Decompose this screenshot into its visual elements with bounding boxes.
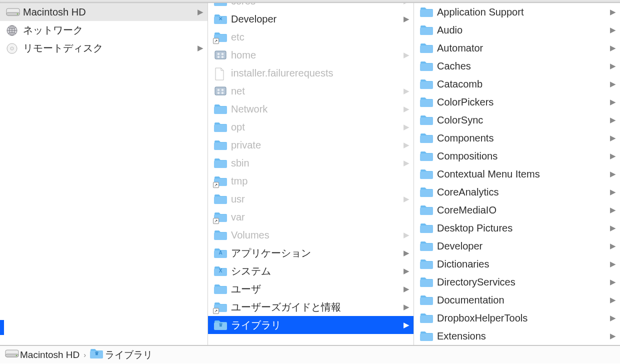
library-item[interactable]: CoreMediaIO▶ [414,201,620,219]
root-item[interactable]: Network▶ [208,100,414,118]
folder-icon [420,258,433,270]
device-item[interactable]: ネットワーク [0,21,208,39]
library-item[interactable]: Compositions▶ [414,147,620,165]
item-label: システム [228,264,402,278]
item-label: Audio [434,24,609,36]
library-item[interactable]: Dictionaries▶ [414,255,620,273]
item-label: private [228,140,402,151]
path-item[interactable]: ♛ライブラリ [90,348,152,362]
root-item[interactable]: Xシステム▶ [208,262,414,280]
item-label: Macintosh HD [20,6,196,18]
library-item[interactable]: Developer▶ [414,237,620,255]
item-label: Contextual Menu Items [434,168,609,180]
item-label: Components [434,132,609,144]
library-item[interactable]: CoreAnalytics▶ [414,183,620,201]
chevron-right-icon: ▶ [402,122,410,132]
finder-column-view: Macintosh HD▶ネットワークリモートディスク▶ cores▶✕Deve… [0,3,620,346]
item-label: Catacomb [434,78,609,90]
library-item[interactable]: Documentation▶ [414,291,620,309]
path-item[interactable]: Macintosh HD [5,348,80,362]
library-item[interactable]: Catacomb▶ [414,75,620,93]
chevron-right-icon: ▶ [402,194,410,204]
chevron-right-icon: ▶ [609,152,616,160]
item-label: リモートディスク [20,42,196,55]
server-icon [214,50,227,60]
hard-disk-icon [6,6,20,18]
item-label: Extensions [434,330,609,342]
root-item[interactable]: usr▶ [208,190,414,208]
alias-badge-icon: ↗ [213,218,219,224]
root-item[interactable]: cores▶ [208,3,414,10]
chevron-right-icon: ▶ [609,80,616,88]
library-item[interactable]: Audio▶ [414,21,620,39]
root-item[interactable]: ♛ライブラリ▶ [208,316,414,334]
folder-icon [214,194,227,204]
root-item[interactable]: ↗ユーザーズガイドと情報▶ [208,298,414,316]
root-item[interactable]: ↗etc [208,28,414,46]
server-icon [214,86,227,96]
item-label: var [228,212,402,223]
library-item[interactable]: Contextual Menu Items▶ [414,165,620,183]
folder-icon [214,140,227,150]
item-label: Caches [434,60,609,72]
path-item-label: ライブラリ [105,348,152,362]
chevron-right-icon: ▶ [609,26,616,34]
item-label: ユーザ [228,282,402,296]
item-label: ユーザーズガイドと情報 [228,300,402,314]
chevron-right-icon: ▶ [609,296,616,304]
item-label: Developer [434,240,609,252]
item-label: Compositions [434,150,609,162]
folder-icon [420,96,433,108]
item-label: home [228,50,402,61]
root-item[interactable]: ↗tmp [208,172,414,190]
item-label: ColorPickers [434,96,609,108]
folder-icon [214,158,227,168]
root-item[interactable]: ✕Developer▶ [208,10,414,28]
folder-icon [420,150,433,162]
root-item[interactable]: ユーザ▶ [208,280,414,298]
root-item[interactable]: installer.failurerequests [208,64,414,82]
library-item[interactable]: Components▶ [414,129,620,147]
library-item[interactable]: Application Support▶ [414,3,620,21]
root-item[interactable]: Volumes▶ [208,226,414,244]
chevron-right-icon: ▶ [402,140,410,150]
root-item[interactable]: Aアプリケーション▶ [208,244,414,262]
item-label: Application Support [434,6,609,18]
root-item[interactable]: ↗var [208,208,414,226]
root-item[interactable]: opt▶ [208,118,414,136]
chevron-right-icon: ▶ [609,206,616,214]
path-bar: Macintosh HD›♛ライブラリ [0,346,620,364]
library-item[interactable]: Desktop Pictures▶ [414,219,620,237]
library-item[interactable]: Caches▶ [414,57,620,75]
column-root: cores▶✕Developer▶↗etchome▶installer.fail… [208,3,414,345]
item-label: Volumes [228,230,402,241]
library-item[interactable]: ColorPickers▶ [414,93,620,111]
chevron-right-icon: ▶ [609,98,616,106]
document-icon [214,68,225,80]
root-item[interactable]: sbin▶ [208,154,414,172]
device-item[interactable]: リモートディスク▶ [0,39,208,57]
chevron-right-icon: ▶ [609,116,616,124]
library-item[interactable]: Extensions▶ [414,327,620,345]
root-item[interactable]: home▶ [208,46,414,64]
chevron-right-icon: ▶ [402,3,410,6]
device-item[interactable]: Macintosh HD▶ [0,3,208,21]
chevron-right-icon: ▶ [609,242,616,250]
chevron-right-icon: ▶ [402,284,410,294]
root-item[interactable]: private▶ [208,136,414,154]
root-item[interactable]: net▶ [208,82,414,100]
library-item[interactable]: ColorSync▶ [414,111,620,129]
folder-icon [420,240,433,252]
folder-icon [214,266,227,276]
alias-badge-icon: ↗ [213,308,219,314]
library-item[interactable]: Automator▶ [414,39,620,57]
library-item[interactable]: DropboxHelperTools▶ [414,309,620,327]
item-label: CoreAnalytics [434,186,609,198]
folder-icon [214,14,227,24]
folder-icon [90,348,103,359]
item-label: tmp [228,176,402,187]
chevron-right-icon: ▶ [402,104,410,114]
folder-icon [420,114,433,126]
network-globe-icon [6,24,18,36]
library-item[interactable]: DirectoryServices▶ [414,273,620,291]
